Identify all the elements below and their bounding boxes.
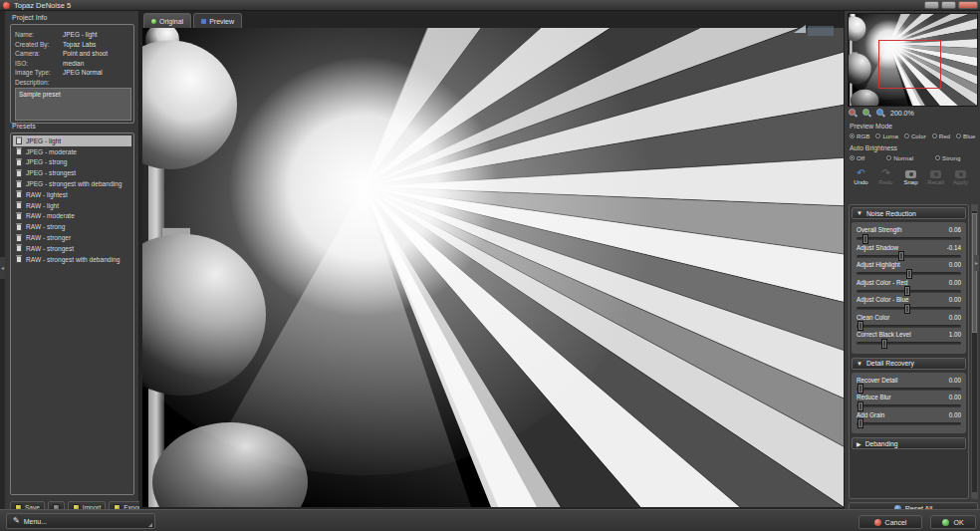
slider-track[interactable]	[857, 290, 961, 293]
preset-item[interactable]: RAW - lightest	[13, 189, 131, 200]
slider-thumb[interactable]	[898, 251, 904, 261]
bottom-bar: ✎ Menu... Cancel OK	[0, 509, 980, 531]
slider-thumb[interactable]	[858, 401, 863, 411]
preset-item[interactable]: RAW - strongest	[13, 243, 131, 254]
minimize-button[interactable]	[924, 1, 939, 9]
auto-brightness-group: Off Normal Strong	[850, 154, 960, 161]
zoom-fit-icon[interactable]	[876, 109, 885, 118]
snap-button[interactable]: Snap	[898, 168, 923, 185]
preset-file-icon	[16, 136, 22, 144]
navigator-view-rect[interactable]	[878, 40, 941, 89]
slider-adjust-shadow: Adjust Shadow-0.14	[857, 244, 961, 258]
title-bar: Topaz DeNoise 5	[0, 0, 980, 11]
preset-item[interactable]: RAW - stronger	[13, 232, 131, 243]
menu-button[interactable]: ✎ Menu...	[6, 513, 155, 529]
detail-recovery-sliders: Recover Detail0.00 Reduce Blur0.00 Add G…	[852, 373, 966, 434]
slider-track[interactable]	[857, 404, 961, 407]
field-value: Topaz Labs	[63, 41, 96, 48]
slider-track[interactable]	[857, 422, 961, 425]
topaz-logo-icon	[792, 23, 836, 39]
app-icon	[3, 2, 10, 9]
slider-thumb[interactable]	[858, 321, 863, 331]
preset-item[interactable]: JPEG - strongest with debanding	[13, 178, 131, 189]
camera-icon	[930, 170, 941, 178]
section-noise-reduction[interactable]: ▼ Noise Reduction	[852, 207, 966, 219]
preset-item[interactable]: RAW - light	[13, 200, 131, 211]
ok-icon	[942, 519, 949, 526]
radio-rgb[interactable]: RGB	[850, 133, 869, 139]
project-info-box: Name:JPEG - light Created By:Topaz Labs …	[10, 24, 134, 124]
zoom-out-icon[interactable]	[849, 109, 858, 118]
presets-box: JPEG - light JPEG - moderate JPEG - stro…	[10, 133, 134, 495]
cancel-icon	[874, 519, 881, 526]
scroll-down-arrow[interactable]	[972, 492, 977, 498]
radio-red[interactable]: Red	[932, 133, 950, 139]
slider-adjust-color-red: Adjust Color - Red0.00	[857, 279, 961, 293]
preset-list: JPEG - light JPEG - moderate JPEG - stro…	[13, 135, 131, 265]
field-label: ISO:	[15, 60, 63, 67]
navigator-thumbnail[interactable]	[849, 14, 977, 106]
app-window: Topaz DeNoise 5 ◄ Project Info Name:JPEG…	[0, 0, 980, 531]
radio-normal[interactable]: Normal	[886, 154, 913, 161]
collapse-right-panel-handle[interactable]: ►	[974, 255, 979, 271]
description-label: Description:	[15, 79, 131, 86]
scroll-up-arrow[interactable]	[972, 205, 977, 211]
radio-off[interactable]: Off	[850, 154, 864, 161]
radio-blue[interactable]: Blue	[956, 133, 975, 139]
preset-file-icon	[16, 180, 22, 188]
preset-file-icon	[16, 201, 22, 209]
preset-file-icon	[16, 158, 22, 166]
slider-thumb[interactable]	[881, 339, 887, 349]
slider-thumb[interactable]	[906, 269, 912, 279]
slider-thumb[interactable]	[904, 304, 910, 314]
preset-item[interactable]: RAW - strongest with debanding	[13, 254, 131, 265]
radio-strong[interactable]: Strong	[935, 154, 960, 161]
slider-thumb[interactable]	[862, 234, 868, 244]
slider-track[interactable]	[857, 237, 961, 240]
slider-clean-color: Clean Color0.00	[857, 314, 961, 328]
slider-recover-detail: Recover Detail0.00	[857, 377, 961, 391]
slider-track[interactable]	[857, 255, 961, 258]
slider-track[interactable]	[857, 272, 961, 275]
field-value: median	[63, 60, 84, 67]
maximize-button[interactable]	[941, 1, 956, 9]
slider-track[interactable]	[857, 325, 961, 328]
section-debanding[interactable]: ▶ Debanding	[852, 437, 966, 449]
radio-color[interactable]: Color	[904, 133, 926, 139]
original-dot-icon	[151, 19, 156, 24]
redo-button[interactable]: ↷Redo	[873, 168, 898, 185]
preset-item[interactable]: JPEG - strongest	[13, 167, 131, 178]
slider-track[interactable]	[857, 342, 961, 345]
scrollbar-thumb[interactable]	[972, 213, 977, 333]
slider-track[interactable]	[857, 307, 961, 310]
slider-thumb[interactable]	[858, 384, 863, 394]
image-canvas[interactable]	[142, 28, 844, 507]
zoom-in-icon[interactable]	[862, 109, 871, 118]
tab-preview[interactable]: Preview	[193, 13, 242, 28]
recall-button[interactable]: Recall	[923, 168, 948, 185]
close-button[interactable]	[958, 1, 978, 9]
preset-item[interactable]: JPEG - moderate	[13, 146, 131, 157]
collapse-arrow-icon: ▼	[857, 210, 862, 216]
camera-icon	[905, 170, 916, 178]
right-panel: 200.0% Preview Mode RGB Luma Color Red B…	[844, 11, 980, 509]
preset-item[interactable]: RAW - moderate	[13, 211, 131, 222]
cancel-button[interactable]: Cancel	[858, 515, 922, 529]
radio-luma[interactable]: Luma	[875, 133, 897, 139]
description-field[interactable]: Sample preset	[15, 88, 131, 121]
preset-item[interactable]: JPEG - light	[13, 135, 131, 146]
tab-original[interactable]: Original	[143, 13, 191, 28]
slider-thumb[interactable]	[904, 286, 910, 296]
preset-item[interactable]: JPEG - strong	[13, 157, 131, 168]
field-label: Name:	[15, 31, 63, 38]
apply-button[interactable]: Apply	[948, 168, 973, 185]
preset-item[interactable]: RAW - strong	[13, 221, 131, 232]
field-label: Camera:	[15, 50, 63, 57]
settings-scrollbar[interactable]	[971, 204, 978, 499]
slider-thumb[interactable]	[858, 418, 863, 428]
undo-button[interactable]: ↶Undo	[849, 168, 873, 185]
ok-button[interactable]: OK	[930, 515, 976, 529]
slider-track[interactable]	[857, 388, 961, 391]
slider-overall-strength: Overall Strength0.06	[857, 226, 961, 240]
section-detail-recovery[interactable]: ▼ Detail Recovery	[852, 358, 966, 370]
